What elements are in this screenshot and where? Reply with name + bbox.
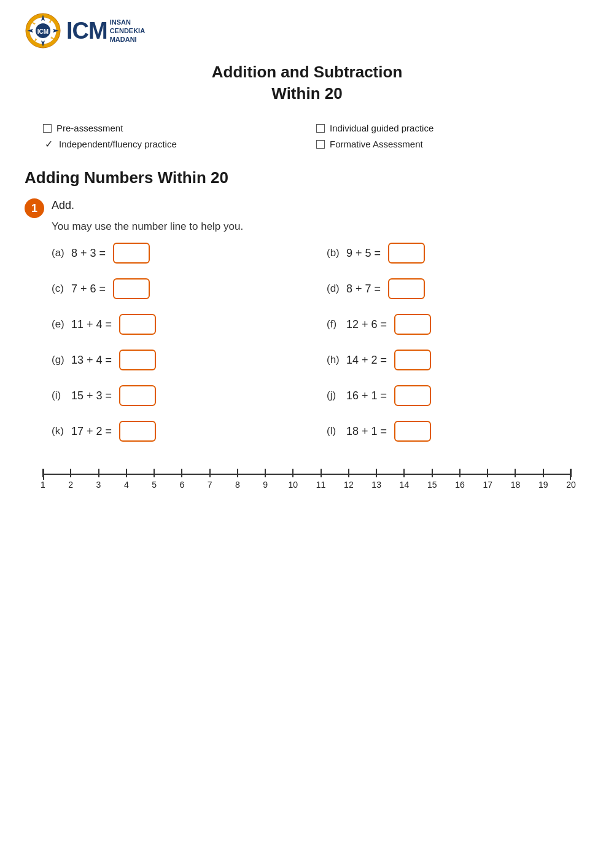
- problem-b: (b) 9 + 5 =: [327, 243, 577, 264]
- nl-tick-9: [265, 469, 266, 477]
- question-block: 1 Add. You may use the number line to he…: [25, 197, 589, 442]
- logo-icon: ICM: [25, 12, 61, 49]
- problem-f: (f) 12 + 6 =: [327, 314, 577, 335]
- nl-tick-13: [376, 469, 377, 477]
- answer-i-input[interactable]: [119, 385, 156, 406]
- answer-l-input[interactable]: [394, 421, 431, 442]
- problem-l-label: (l): [327, 425, 341, 437]
- problem-j-expr: 16 + 1 =: [346, 389, 387, 402]
- nl-number-8: 8: [235, 480, 240, 490]
- nl-number-19: 19: [538, 480, 548, 490]
- problem-b-label: (b): [327, 247, 341, 259]
- problems-grid: (a) 8 + 3 = (b) 9 + 5 = (c) 7 + 6 = (d) …: [52, 243, 577, 442]
- nl-tick-14: [403, 469, 405, 477]
- problem-e: (e) 11 + 4 =: [52, 314, 302, 335]
- checklist-item-formative: Formative Assessment: [316, 138, 571, 150]
- nl-number-20: 20: [566, 480, 576, 490]
- checklist-label-individual: Individual guided practice: [330, 123, 433, 133]
- nl-tick-17: [487, 469, 488, 477]
- section-heading: Adding Numbers Within 20: [25, 168, 589, 187]
- problem-b-expr: 9 + 5 =: [346, 247, 381, 260]
- problem-d-expr: 8 + 7 =: [346, 283, 381, 295]
- answer-d-input[interactable]: [388, 278, 425, 299]
- nl-number-6: 6: [179, 480, 184, 490]
- checklist-label-independent: Independent/fluency practice: [59, 139, 177, 149]
- problem-i: (i) 15 + 3 =: [52, 385, 302, 406]
- problem-a-expr: 8 + 3 =: [71, 247, 106, 260]
- nl-tick-20: [570, 469, 572, 477]
- checklist-item-preassessment: Pre-assessment: [43, 123, 298, 133]
- question-sub-instruction: You may use the number line to help you.: [52, 221, 589, 233]
- nl-tick-11: [321, 469, 322, 477]
- nl-number-10: 10: [289, 480, 298, 490]
- problem-l: (l) 18 + 1 =: [327, 421, 577, 442]
- question-header: 1 Add.: [25, 197, 589, 218]
- nl-number-14: 14: [400, 480, 410, 490]
- answer-e-input[interactable]: [119, 314, 156, 335]
- checklist-item-individual: Individual guided practice: [316, 123, 571, 133]
- nl-tick-6: [181, 469, 182, 477]
- nl-number-7: 7: [208, 480, 212, 490]
- checkbox-preassessment: [43, 124, 52, 133]
- problem-k-expr: 17 + 2 =: [71, 425, 112, 438]
- nl-number-13: 13: [371, 480, 381, 490]
- question-badge: 1: [25, 198, 44, 218]
- number-line-section: 1234567891011121314151617181920: [37, 460, 577, 497]
- nl-tick-12: [348, 469, 349, 477]
- answer-h-input[interactable]: [394, 350, 431, 370]
- problem-d: (d) 8 + 7 =: [327, 278, 577, 299]
- checkbox-individual: [316, 124, 325, 133]
- checklist-label-formative: Formative Assessment: [330, 139, 423, 149]
- nl-number-4: 4: [124, 480, 129, 490]
- answer-a-input[interactable]: [113, 243, 150, 264]
- number-line-ticks: 1234567891011121314151617181920: [43, 466, 571, 497]
- problem-f-expr: 12 + 6 =: [346, 318, 387, 331]
- answer-j-input[interactable]: [394, 385, 431, 406]
- nl-number-16: 16: [455, 480, 465, 490]
- problem-d-label: (d): [327, 283, 341, 295]
- nl-tick-7: [209, 469, 211, 477]
- nl-tick-3: [98, 469, 99, 477]
- problem-i-expr: 15 + 3 =: [71, 389, 112, 402]
- answer-k-input[interactable]: [119, 421, 156, 442]
- nl-tick-19: [543, 469, 544, 477]
- logo-sub-text: INSAN CENDEKIA MADANI: [110, 18, 145, 44]
- problem-h-expr: 14 + 2 =: [346, 354, 387, 367]
- nl-number-11: 11: [316, 480, 326, 490]
- problem-e-expr: 11 + 4 =: [71, 318, 112, 331]
- problem-c: (c) 7 + 6 =: [52, 278, 302, 299]
- nl-tick-10: [292, 469, 293, 477]
- nl-number-15: 15: [427, 480, 437, 490]
- page-title-line1: Addition and Subtraction: [212, 63, 403, 81]
- answer-b-input[interactable]: [388, 243, 425, 264]
- page-title: Addition and Subtraction Within 20: [25, 61, 589, 104]
- problem-a: (a) 8 + 3 =: [52, 243, 302, 264]
- answer-g-input[interactable]: [119, 350, 156, 370]
- problem-l-expr: 18 + 1 =: [346, 425, 387, 438]
- nl-number-1: 1: [41, 480, 45, 490]
- problem-j-label: (j): [327, 389, 341, 402]
- answer-c-input[interactable]: [113, 278, 150, 299]
- nl-number-9: 9: [263, 480, 268, 490]
- checkbox-formative: [316, 140, 325, 149]
- nl-number-12: 12: [344, 480, 354, 490]
- nl-number-2: 2: [68, 480, 73, 490]
- problem-g: (g) 13 + 4 =: [52, 350, 302, 370]
- nl-tick-16: [459, 469, 460, 477]
- nl-tick-15: [432, 469, 433, 477]
- header: ICM ICM INSAN CENDEKIA MADANI: [25, 12, 589, 49]
- problem-k-label: (k): [52, 425, 66, 437]
- answer-f-input[interactable]: [394, 314, 431, 335]
- checklist-item-independent: ✓ Independent/fluency practice: [43, 138, 298, 150]
- nl-number-18: 18: [511, 480, 521, 490]
- problem-c-label: (c): [52, 283, 66, 295]
- question-instruction: Add.: [52, 197, 74, 214]
- problem-a-label: (a): [52, 247, 66, 259]
- problem-k: (k) 17 + 2 =: [52, 421, 302, 442]
- nl-tick-8: [237, 469, 238, 477]
- checklist: Pre-assessment Individual guided practic…: [43, 123, 571, 150]
- logo-icm-label: ICM: [66, 19, 107, 42]
- svg-text:ICM: ICM: [37, 28, 49, 35]
- problem-g-expr: 13 + 4 =: [71, 354, 112, 367]
- problem-f-label: (f): [327, 318, 341, 330]
